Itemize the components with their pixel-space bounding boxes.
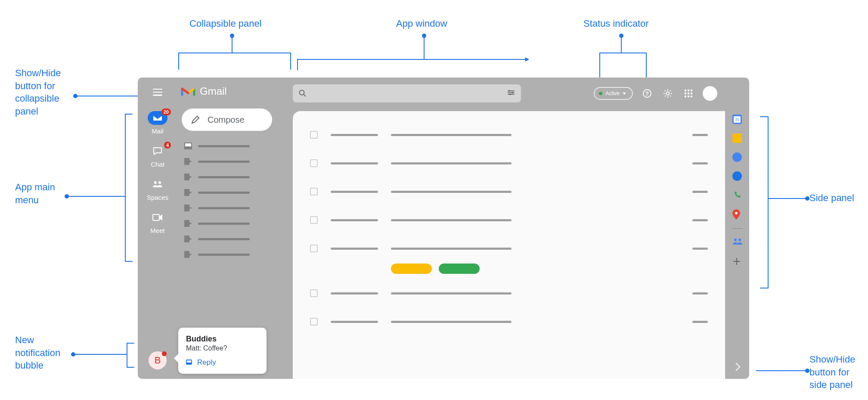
calendar-icon[interactable]: 31 [732, 115, 742, 124]
svg-point-11 [512, 92, 513, 93]
label-icon [184, 174, 192, 180]
folder-item[interactable] [184, 233, 293, 245]
notification-popover: Buddies Matt: Coffee? Reply [178, 328, 267, 374]
placeholder-bar [331, 219, 378, 221]
folder-item[interactable] [184, 186, 293, 199]
spaces-icon [148, 177, 167, 191]
label-chip[interactable] [391, 264, 432, 274]
placeholder-bar [331, 191, 378, 193]
hamburger-icon [153, 92, 162, 93]
badge: 20 [161, 109, 171, 115]
label-icon [184, 205, 192, 211]
label-icon [184, 220, 192, 227]
placeholder-bar [692, 321, 708, 323]
groups-icon[interactable] [732, 238, 742, 248]
svg-point-25 [735, 212, 738, 214]
svg-rect-17 [688, 90, 689, 91]
tasks-icon[interactable] [732, 152, 742, 162]
mail-row[interactable] [310, 124, 708, 146]
nav-item-meet[interactable]: Meet [148, 211, 167, 234]
mail-row[interactable] [310, 181, 708, 202]
nav-item-mail[interactable]: 20 Mail [148, 111, 167, 135]
placeholder-bar [331, 134, 378, 136]
annotation-line [232, 35, 232, 53]
folder-list [177, 140, 293, 261]
divider [732, 228, 743, 229]
annotation-app-window: App window [396, 17, 447, 30]
label-chips [391, 264, 708, 274]
placeholder-bar [331, 321, 378, 323]
placeholder-bar [198, 223, 250, 225]
voice-icon[interactable] [732, 190, 742, 200]
search-input[interactable] [293, 84, 521, 102]
checkbox[interactable] [310, 131, 318, 139]
annotation-line [756, 370, 807, 371]
label-chip[interactable] [439, 264, 480, 274]
checkbox[interactable] [310, 289, 318, 297]
placeholder-bar [331, 292, 378, 295]
mail-row[interactable] [310, 152, 708, 174]
annotation-dot [65, 194, 69, 198]
status-indicator[interactable]: Active [594, 87, 633, 100]
contacts-icon[interactable] [732, 171, 742, 181]
placeholder-bar [198, 161, 250, 163]
svg-rect-2 [153, 214, 159, 220]
menu-toggle-button[interactable] [149, 84, 166, 101]
placeholder-bar [692, 162, 708, 164]
folder-item[interactable] [184, 202, 293, 214]
folder-item[interactable] [184, 248, 293, 261]
annotation-line [75, 96, 148, 96]
popover-reply-button[interactable]: Reply [186, 358, 259, 367]
placeholder-bar [391, 248, 512, 250]
app-frame: 20 Mail 4 Chat Spaces Meet B [138, 78, 749, 379]
folder-item[interactable] [184, 140, 293, 152]
placeholder-bar [391, 134, 512, 136]
reply-icon [186, 360, 194, 366]
checkbox[interactable] [310, 216, 318, 224]
nav-label: Mail [152, 127, 164, 135]
maps-icon[interactable] [732, 209, 742, 219]
nav-label: Spaces [147, 194, 168, 201]
tune-icon[interactable] [507, 90, 515, 97]
annotation-dot [73, 94, 78, 98]
checkbox[interactable] [310, 318, 318, 326]
svg-rect-16 [685, 90, 686, 91]
folder-item[interactable] [184, 155, 293, 168]
settings-button[interactable] [661, 87, 674, 100]
placeholder-bar [198, 238, 250, 240]
folder-item[interactable] [184, 171, 293, 183]
annotation-app-main-menu: App main menu [15, 181, 55, 206]
annotation-show-hide-panel: Show/Hide button for collapsible panel [15, 67, 61, 118]
mail-row[interactable] [310, 238, 708, 259]
side-panel: 31 [725, 78, 749, 379]
svg-point-1 [158, 181, 161, 184]
annotation-line [769, 198, 806, 199]
notification-dot-icon [162, 351, 167, 356]
compose-button[interactable]: Compose [182, 109, 272, 131]
checkbox[interactable] [310, 159, 318, 167]
mail-row[interactable] [310, 209, 708, 231]
search-icon [299, 90, 307, 97]
mail-row[interactable] [310, 311, 708, 332]
meet-icon [148, 211, 167, 224]
annotation-dot [71, 352, 75, 357]
nav-item-spaces[interactable]: Spaces [147, 177, 168, 201]
keep-icon[interactable] [732, 133, 742, 143]
placeholder-bar [391, 191, 512, 193]
annotation-line [67, 196, 125, 197]
status-label: Active [605, 90, 620, 96]
svg-point-12 [509, 93, 511, 95]
checkbox[interactable] [310, 188, 318, 195]
mail-row[interactable] [310, 282, 708, 304]
side-panel-toggle-button[interactable] [730, 359, 746, 375]
account-avatar[interactable] [703, 86, 717, 101]
mail-icon: 20 [148, 111, 167, 125]
svg-rect-4 [186, 363, 192, 364]
checkbox[interactable] [310, 245, 318, 252]
nav-item-chat[interactable]: 4 Chat [148, 144, 167, 168]
notification-avatar[interactable]: B [149, 351, 167, 369]
folder-item[interactable] [184, 217, 293, 230]
apps-button[interactable] [682, 87, 695, 100]
add-button[interactable] [732, 257, 742, 267]
help-button[interactable]: ? [641, 87, 654, 100]
